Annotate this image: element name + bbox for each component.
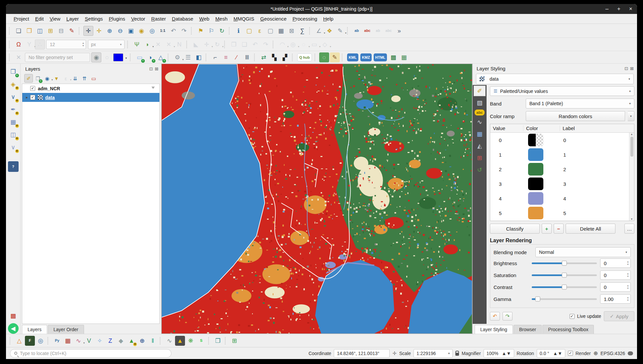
field-calculator-icon[interactable]: ⊠ (287, 26, 297, 36)
toolbar-overflow-icon[interactable]: » (394, 26, 404, 36)
color-swatch[interactable] (528, 178, 543, 190)
kmz-export-icon[interactable]: KMZ (360, 53, 372, 61)
crs-globe-icon[interactable]: ⊕ (594, 350, 598, 356)
add-polygon-nodes-icon[interactable]: △+ (156, 52, 166, 62)
locate-input[interactable]: Type to locate (Ctrl+K) (10, 349, 171, 358)
add-ab-label-icon[interactable]: ab (352, 26, 362, 36)
labels-tab-icon[interactable]: abc (475, 109, 485, 115)
add-value-button[interactable]: + (542, 224, 552, 234)
geo-search-icon[interactable]: ◌ (319, 52, 329, 62)
profile-plot-icon[interactable]: ∿▾ (73, 336, 83, 346)
rotation-spin[interactable]: 0.0 ° ▲▼ (537, 349, 565, 358)
new-gpx-layer-icon[interactable]: ◫✱ (8, 129, 19, 140)
menu-help[interactable]: Help (320, 15, 336, 23)
topology-editing-icon[interactable]: Y▾ (24, 39, 34, 49)
redo-icon[interactable]: ↷ (261, 39, 271, 49)
contrast-spinbox[interactable]: 0▲▼ (600, 282, 631, 292)
color-swatch[interactable] (528, 207, 543, 219)
redo-style-button[interactable]: ↷ (503, 312, 512, 321)
transparency-tab-icon[interactable]: ▧ (474, 98, 486, 108)
palette-row-2[interactable]: 22 (490, 162, 634, 177)
label-pin-icon[interactable]: ab (373, 26, 383, 36)
undo-icon[interactable]: ↶ (250, 39, 260, 49)
vertex-tool-all-layers-icon[interactable]: ✕▾ (164, 39, 174, 49)
classify-button[interactable]: Classify (490, 224, 540, 234)
style-grid-icon[interactable]: ▩ (388, 52, 398, 62)
green-s-icon[interactable]: S (196, 336, 206, 346)
leaf-drop-icon[interactable]: ❋ (186, 336, 196, 346)
spectral-wave-icon[interactable]: ∿ (164, 336, 174, 346)
dock-close-icon[interactable]: ⊠ (155, 66, 158, 71)
dock-close-icon[interactable]: ⊠ (630, 66, 634, 71)
band-select[interactable]: Band 1 (Palette) ▾ (526, 99, 634, 109)
expand-all-icon[interactable]: ⇊ (71, 74, 79, 83)
messages-icon[interactable] (628, 351, 633, 355)
route-points-icon[interactable]: V (84, 336, 94, 346)
qgis-hub-icon[interactable]: Q hub (297, 53, 312, 61)
metasearch-back-icon[interactable]: ◀ (8, 323, 19, 334)
color-swatch[interactable] (528, 148, 543, 161)
circular-string-icon[interactable]: ◠▾ (277, 39, 287, 49)
styling-layer-selector[interactable]: data ▾ (476, 74, 634, 84)
gamma-slider[interactable] (532, 298, 597, 300)
refresh-map-icon[interactable]: ↻ (217, 26, 227, 36)
color-swatch[interactable] (528, 163, 543, 176)
filter-visibility-eye-icon[interactable]: ◉ (91, 52, 101, 62)
scale-combo[interactable]: 1:229196 ▾ (413, 349, 453, 358)
map-theme-sheet-icon[interactable]: ▦ (399, 52, 409, 62)
dock-float-icon[interactable]: ⊡ (149, 66, 153, 71)
palette-row-5[interactable]: 55 (490, 206, 634, 220)
line-style-colored-icon[interactable]: ≡ (221, 52, 231, 62)
attributes-tab-icon[interactable]: ▦ (474, 129, 486, 139)
clear-filter-icon[interactable]: ✕ (14, 52, 24, 62)
checker-right-icon[interactable]: ▞ (280, 52, 290, 62)
cad-tools-icon[interactable]: ◣ (191, 39, 201, 49)
tab-processing-toolbox[interactable]: Processing Toolbox (542, 325, 594, 334)
palette-scrollbar[interactable]: ▲ ▼ (629, 133, 634, 221)
saturation-slider[interactable] (532, 274, 597, 276)
menu-mmqgis[interactable]: MMQGIS (230, 15, 257, 23)
advanced-options-button[interactable]: … (624, 224, 634, 234)
color-ramp-dropdown[interactable]: ▾ (628, 111, 634, 121)
map-canvas[interactable] (161, 64, 472, 334)
blending-mode-select[interactable]: Normal ▾ (535, 247, 631, 257)
contrast-slider[interactable] (532, 286, 597, 288)
menu-mesh[interactable]: Mesh (212, 15, 230, 23)
color-ramp-button[interactable]: Random colors (526, 111, 625, 121)
layout-manager-icon[interactable]: ⊟ (56, 26, 66, 36)
measure-icon[interactable]: ∠▾ (314, 26, 324, 36)
menu-project[interactable]: Project (11, 15, 32, 23)
zoom-last-icon[interactable]: ↶ (168, 26, 178, 36)
menu-geoscience[interactable]: Geoscience (257, 15, 290, 23)
new-print-layout-icon[interactable]: ⊞ (46, 26, 55, 36)
palette-row-4[interactable]: 44 (490, 191, 634, 206)
col-header-label[interactable]: Label (560, 125, 634, 131)
zoom-out-icon[interactable]: ⊖ (115, 26, 125, 36)
menu-vector[interactable]: Vector (128, 15, 148, 23)
filter-legend-icon[interactable]: ▼ (52, 74, 61, 83)
pan-to-selection-icon[interactable]: ✛ (94, 26, 104, 36)
python-console-icon[interactable]: Py (52, 336, 62, 346)
menu-edit[interactable]: Edit (32, 15, 47, 23)
data-source-manager-icon[interactable]: ❒+ (8, 66, 19, 77)
zoom-full-extent-icon[interactable]: ▣ (126, 26, 136, 36)
brightness-spinbox[interactable]: 0▲▼ (600, 258, 631, 268)
rotate-feature-icon[interactable]: ↻▾ (212, 39, 222, 49)
maximize-button[interactable]: + (617, 6, 620, 12)
menu-database[interactable]: Database (169, 15, 196, 23)
draw-circle-icon[interactable]: ◎▾ (288, 39, 298, 49)
osm-editor-icon[interactable]: ✎ (330, 52, 340, 62)
snap-unit-combo[interactable]: px▾ (88, 40, 125, 49)
delete-selected-icon[interactable]: ✕ (153, 39, 163, 49)
coordinate-field[interactable]: 14.8246°, 121.0013° (334, 349, 390, 358)
label-visibility-icon[interactable]: abc (384, 26, 394, 36)
scroll-down-icon[interactable]: ▼ (630, 218, 633, 221)
color-swatch[interactable] (528, 134, 543, 146)
slider-thumb[interactable] (535, 297, 540, 302)
palette-row-1[interactable]: 11 (490, 147, 634, 162)
delete-all-button[interactable]: Delete All (566, 224, 615, 234)
zoom-to-filter-icon[interactable]: ◌ (102, 52, 112, 62)
brightness-slider[interactable] (532, 262, 597, 264)
title-bar[interactable]: *Untitled Project — QGIS [BNHR_training … (6, 4, 637, 14)
collapse-all-icon[interactable]: ⇈ (80, 74, 89, 83)
